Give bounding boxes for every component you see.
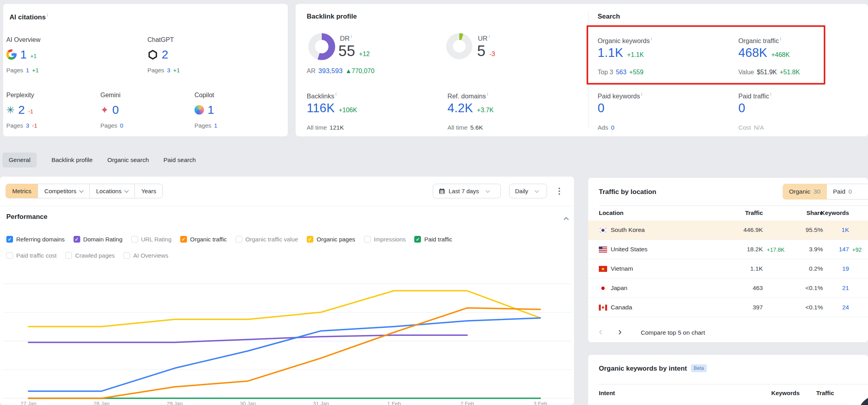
location-name: Canada xyxy=(611,304,632,311)
ai-citation-count: 0 xyxy=(112,103,119,117)
metric-checkbox-url-rating[interactable]: URL Rating xyxy=(131,236,172,243)
location-traffic: 446.9K xyxy=(743,226,763,234)
info-icon[interactable]: i xyxy=(487,92,488,96)
ai-citation-delta: +1 xyxy=(30,53,37,59)
info-icon[interactable]: i xyxy=(336,92,336,96)
location-row-vietnam[interactable]: Vietnam1.1K0.2%19 xyxy=(588,259,868,279)
location-keywords-link[interactable]: 19 xyxy=(842,265,849,272)
location-share: 0.2% xyxy=(809,265,823,272)
location-name: South Korea xyxy=(611,226,645,234)
location-name: Japan xyxy=(611,284,627,292)
google-icon xyxy=(6,49,17,60)
metric-checkbox-organic-traffic[interactable]: ✓Organic traffic xyxy=(180,236,227,243)
dr-value-row: 55 +12 xyxy=(338,43,370,60)
x-axis-label: 31 Jan xyxy=(305,401,337,405)
info-icon[interactable]: i xyxy=(770,92,771,96)
x-axis-label: 1 Feb xyxy=(378,401,410,405)
location-keywords-link[interactable]: 21 xyxy=(842,284,849,292)
ur-value: 5 xyxy=(477,43,485,60)
info-icon[interactable]: i xyxy=(641,92,642,96)
granularity-dropdown[interactable]: Daily xyxy=(509,184,547,198)
metric-checkbox-organic-traffic-value[interactable]: Organic traffic value xyxy=(236,236,298,243)
location-share: 3.9% xyxy=(809,246,823,253)
x-axis-label: 27 Jan xyxy=(13,401,44,405)
paid-traffic-value[interactable]: 0 xyxy=(738,101,745,115)
info-icon[interactable]: i xyxy=(47,13,48,17)
date-range-dropdown[interactable]: Last 7 days xyxy=(433,184,501,198)
tab-general[interactable]: General xyxy=(2,153,37,168)
ai-pages-count[interactable]: 0 xyxy=(120,122,123,129)
metrics-button[interactable]: Metrics xyxy=(6,184,38,198)
prev-page-icon[interactable]: ‹ xyxy=(599,326,602,338)
paid-keywords-value[interactable]: 0 xyxy=(598,101,604,115)
dr-donut xyxy=(308,33,335,60)
ai-citation-delta: -1 xyxy=(28,108,33,115)
years-button[interactable]: Years xyxy=(135,184,162,198)
toggle-paid[interactable]: Paid 0 xyxy=(827,184,868,200)
tab-paid-search[interactable]: Paid search xyxy=(164,156,196,164)
location-share: <0.1% xyxy=(806,304,823,311)
location-keywords-delta: +92 xyxy=(852,247,862,253)
metric-checkbox-paid-traffic[interactable]: ✓Paid traffic xyxy=(414,236,452,243)
metric-checkbox-impressions[interactable]: Impressions xyxy=(364,236,406,243)
chevron-down-icon xyxy=(125,188,129,192)
location-keywords-link[interactable]: 24 xyxy=(842,304,849,311)
x-axis-label: 3 Feb xyxy=(525,401,556,405)
ai-pages-count[interactable]: 3 xyxy=(26,122,29,129)
performance-title: Performance xyxy=(6,213,47,221)
col-header-location: Location xyxy=(599,209,624,216)
ur-delta: -3 xyxy=(489,51,495,58)
ai-citation-count: 1 xyxy=(20,48,27,61)
divider xyxy=(0,206,574,206)
ar-value[interactable]: 393,593 xyxy=(318,67,342,75)
dr-label: DRi xyxy=(340,34,352,43)
info-icon[interactable]: i xyxy=(351,34,352,39)
metric-checkbox-organic-pages[interactable]: ✓Organic pages xyxy=(307,236,355,243)
traffic-by-location-card: Traffic by location Organic 30 Paid 0 Lo… xyxy=(588,178,868,342)
more-options-button[interactable] xyxy=(553,185,565,197)
perplexity-icon: ✳ xyxy=(6,105,15,115)
location-traffic: 18.2K xyxy=(747,246,763,253)
tab-organic-search[interactable]: Organic search xyxy=(107,156,149,164)
locations-dropdown[interactable]: Locations xyxy=(90,184,135,198)
toggle-organic[interactable]: Organic 30 xyxy=(783,184,827,200)
ur-donut xyxy=(446,33,472,59)
ai-citation-gemini: Gemini✦0Pages0 xyxy=(100,92,191,129)
competitors-dropdown[interactable]: Competitors xyxy=(38,184,90,198)
ref-domains-value[interactable]: 4.2K xyxy=(447,101,473,115)
location-name: United States xyxy=(611,246,647,253)
ai-value-row: ✳2-1 xyxy=(6,103,97,117)
x-axis-label: 29 Jan xyxy=(159,401,191,405)
ai-pages-count[interactable]: 3 xyxy=(167,67,170,73)
ai-source-label: Perplexity xyxy=(6,92,97,99)
ai-pages-count[interactable]: 1 xyxy=(26,67,29,73)
location-keywords-link[interactable]: 1K xyxy=(842,226,849,234)
chevron-down-icon xyxy=(535,188,539,192)
location-rows: South Korea446.9K95.5%1KUnited States18.… xyxy=(588,220,868,317)
tab-backlink-profile[interactable]: Backlink profile xyxy=(51,156,92,164)
copilot-icon xyxy=(194,105,204,115)
divider xyxy=(599,384,868,384)
chevron-down-icon xyxy=(485,188,490,192)
backlinks-value[interactable]: 116K xyxy=(307,101,335,115)
paid-keywords-value-row: 0 xyxy=(598,101,604,115)
ai-citation-ai-overview: AI Overview1+1Pages1+1 xyxy=(6,36,97,73)
metric-checkbox-domain-rating[interactable]: ✓Domain Rating xyxy=(74,236,123,243)
location-row-canada[interactable]: Canada397<0.1%24 xyxy=(588,298,868,317)
info-icon[interactable]: i xyxy=(489,34,490,39)
ai-value-row: 1+1 xyxy=(6,48,97,61)
ai-pages-row: Pages1 xyxy=(194,122,285,129)
location-row-united-states[interactable]: United States18.2K+17.8K3.9%147+92 xyxy=(588,240,868,259)
ai-pages-count[interactable]: 1 xyxy=(214,122,217,129)
location-keywords-link[interactable]: 147 xyxy=(839,246,849,253)
metric-checkbox-referring-domains[interactable]: ✓Referring domains xyxy=(6,236,65,243)
ref-domains-label: Ref. domainsi xyxy=(447,92,488,100)
ai-citation-copilot: Copilot1Pages1 xyxy=(194,92,285,129)
compare-top5-link[interactable]: Compare top 5 on chart xyxy=(641,329,705,336)
collapse-chevron-icon[interactable] xyxy=(564,217,569,222)
ai-source-label: AI Overview xyxy=(6,36,97,43)
divider xyxy=(599,205,868,206)
location-row-south-korea[interactable]: South Korea446.9K95.5%1K xyxy=(588,220,868,240)
location-row-japan[interactable]: Japan463<0.1%21 xyxy=(588,279,868,298)
next-page-icon[interactable]: › xyxy=(618,326,622,338)
